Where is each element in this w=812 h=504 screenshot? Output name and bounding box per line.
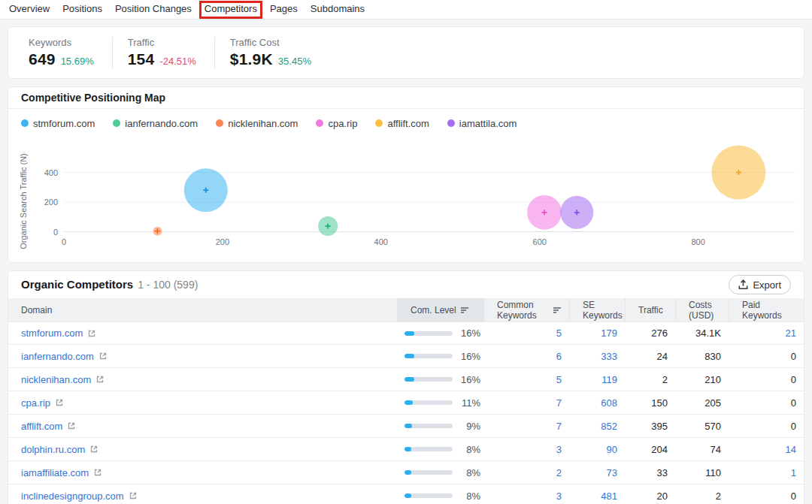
column-header-label: Common Keywords <box>497 300 549 321</box>
common-keywords-cell[interactable]: 7 <box>483 397 569 409</box>
table-row: inclinedesigngroup.com8%34812020 <box>8 484 804 504</box>
common-keywords-cell[interactable]: 3 <box>483 444 569 455</box>
domain-cell: ianfernando.com <box>8 351 397 362</box>
column-header-com-level[interactable]: Com. Level <box>397 298 483 321</box>
external-link-icon[interactable] <box>67 421 76 430</box>
tab-position-changes[interactable]: Position Changes <box>115 0 192 19</box>
common-keywords-cell[interactable]: 3 <box>483 490 569 502</box>
external-link-icon[interactable] <box>98 352 108 361</box>
paid-keywords-cell: 0 <box>729 397 804 409</box>
column-header-common-keywords[interactable]: Common Keywords <box>483 298 569 321</box>
legend-label: iamattila.com <box>459 118 517 129</box>
domain-link[interactable]: dolphin.ru.com <box>21 444 85 455</box>
domain-link[interactable]: afflift.com <box>21 421 62 432</box>
stat-change: -24.51% <box>159 56 195 67</box>
com-level-bar-fill <box>404 447 411 451</box>
legend-item-stmforum.com[interactable]: stmforum.com <box>21 118 95 129</box>
legend-item-ianfernando.com[interactable]: ianfernando.com <box>113 118 198 129</box>
export-button[interactable]: Export <box>729 275 791 294</box>
costs-cell: 570 <box>675 421 729 432</box>
external-link-icon[interactable] <box>93 468 102 477</box>
legend-item-iamattila.com[interactable]: iamattila.com <box>447 118 517 129</box>
external-link-icon[interactable] <box>95 375 105 384</box>
domain-link[interactable]: stmforum.com <box>21 327 83 339</box>
common-keywords-cell[interactable]: 6 <box>483 351 569 362</box>
column-header-paid-keywords[interactable]: Paid Keywords <box>729 298 804 321</box>
column-header-label: Com. Level <box>411 305 456 315</box>
traffic-cell: 276 <box>625 327 675 339</box>
table-title: Organic Competitors <box>21 278 133 291</box>
domain-link[interactable]: cpa.rip <box>21 397 50 409</box>
costs-cell: 830 <box>675 351 729 362</box>
se-keywords-cell[interactable]: 852 <box>569 421 625 432</box>
se-keywords-cell[interactable]: 90 <box>569 444 625 455</box>
domain-link[interactable]: iamaffiliate.com <box>21 467 89 478</box>
com-level-bar <box>404 493 453 498</box>
column-header-costs-usd-[interactable]: Costs (USD) <box>675 298 729 321</box>
domain-cell: cpa.rip <box>8 397 397 409</box>
common-keywords-cell[interactable]: 7 <box>483 421 569 432</box>
tab-overview[interactable]: Overview <box>9 0 50 19</box>
paid-keywords-cell[interactable]: 14 <box>729 444 804 455</box>
external-link-icon[interactable] <box>55 398 64 407</box>
tab-positions[interactable]: Positions <box>62 0 102 19</box>
paid-keywords-cell[interactable]: 1 <box>729 467 804 478</box>
legend-dot-icon <box>21 119 29 127</box>
se-keywords-cell[interactable]: 119 <box>569 374 625 385</box>
external-link-icon[interactable] <box>87 329 96 338</box>
legend-item-afflift.com[interactable]: afflift.com <box>375 118 429 129</box>
stat-label: Keywords <box>29 37 94 48</box>
domain-link[interactable]: nicklenihan.com <box>21 374 91 385</box>
legend-label: ianfernando.com <box>125 118 198 129</box>
map-legend: stmforum.comianfernando.comnicklenihan.c… <box>8 116 804 131</box>
common-keywords-cell[interactable]: 5 <box>483 374 569 385</box>
com-level-value: 8% <box>466 490 480 502</box>
domain-cell: nicklenihan.com <box>8 374 397 385</box>
common-keywords-cell[interactable]: 2 <box>483 467 569 478</box>
column-header-se-keywords[interactable]: SE Keywords <box>569 298 625 321</box>
domain-link[interactable]: ianfernando.com <box>21 351 94 362</box>
domain-link[interactable]: inclinedesigngroup.com <box>21 490 124 502</box>
stat-value-row: 154-24.51% <box>128 50 196 68</box>
se-keywords-cell[interactable]: 608 <box>569 397 625 409</box>
stat-value: 649 <box>29 50 56 68</box>
table-row: nicklenihan.com16%511922100 <box>8 368 804 391</box>
chart-wrap: 02004000200400600800Organic Search Traff… <box>8 132 804 260</box>
stat-traffic-cost: Traffic Cost$1.9K35.45% <box>214 37 329 68</box>
table-row: cpa.rip11%76081502050 <box>8 391 804 415</box>
tab-pages[interactable]: Pages <box>270 0 298 19</box>
tab-subdomains[interactable]: Subdomains <box>311 0 365 19</box>
com-level-bar <box>404 354 453 358</box>
stat-change: 15.69% <box>61 56 94 67</box>
paid-keywords-cell[interactable]: 21 <box>729 327 804 339</box>
column-header-traffic[interactable]: Traffic <box>625 298 675 321</box>
com-level-cell: 11% <box>397 397 483 409</box>
se-keywords-cell[interactable]: 73 <box>569 467 625 478</box>
com-level-cell: 8% <box>397 467 483 478</box>
stats-card: Keywords64915.69%Traffic154-24.51%Traffi… <box>8 26 804 79</box>
table-row: stmforum.com16%517927634.1K21 <box>8 321 804 345</box>
stat-value: $1.9K <box>230 50 273 68</box>
tab-competitors[interactable]: Competitors <box>205 0 257 19</box>
traffic-cell: 395 <box>625 421 675 432</box>
external-link-icon[interactable] <box>89 445 98 454</box>
com-level-bar-fill <box>404 400 413 405</box>
traffic-cell: 33 <box>625 467 675 478</box>
map-title: Competitive Positioning Map <box>21 92 165 104</box>
legend-item-cpa.rip[interactable]: cpa.rip <box>316 118 357 129</box>
common-keywords-cell[interactable]: 5 <box>483 327 569 339</box>
legend-item-nicklenihan.com[interactable]: nicklenihan.com <box>216 118 298 129</box>
costs-cell: 210 <box>675 374 729 385</box>
se-keywords-cell[interactable]: 481 <box>569 490 625 502</box>
table-row: ianfernando.com16%6333248300 <box>8 345 804 368</box>
com-level-cell: 16% <box>397 327 483 339</box>
x-tick-400: 400 <box>374 237 388 246</box>
se-keywords-cell[interactable]: 333 <box>569 351 625 362</box>
legend-dot-icon <box>216 119 223 127</box>
stat-label: Traffic Cost <box>230 37 311 48</box>
external-link-icon[interactable] <box>129 491 138 500</box>
se-keywords-cell[interactable]: 179 <box>569 327 625 339</box>
column-header-domain[interactable]: Domain <box>8 298 397 321</box>
costs-cell: 74 <box>675 444 729 455</box>
com-level-bar-fill <box>404 493 411 498</box>
